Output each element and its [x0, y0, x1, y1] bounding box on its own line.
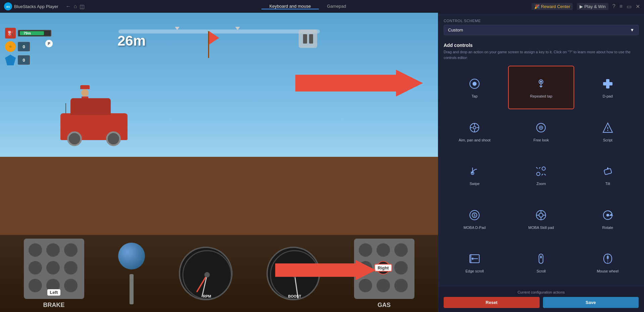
gem-hud-item: 0: [5, 55, 51, 65]
topbar-right-actions: 🎉 Reward Center ▶ Play & Win ? ≡ ▭ ✕: [528, 3, 644, 10]
topbar: BS BlueStacks App Player ← ⌂ ◫ Keyboard …: [0, 0, 644, 13]
panel-footer: Current configuration actions Reset Save: [438, 286, 644, 312]
control-free-look[interactable]: Free look: [508, 110, 574, 153]
svg-text:5: 5: [474, 213, 476, 217]
zoom-icon: [534, 164, 548, 179]
tab-keyboard-mouse[interactable]: Keyboard and mouse: [261, 4, 319, 9]
gas-hole-9: [394, 279, 408, 292]
svg-point-34: [542, 167, 545, 170]
rpm-gauge: RPM: [179, 247, 233, 300]
repeated-tap-icon: [534, 76, 548, 91]
gas-hole-5: Right: [377, 261, 390, 274]
zoom-label: Zoom: [536, 181, 546, 186]
swipe-label: Swipe: [469, 181, 480, 186]
menu-icon[interactable]: ≡: [620, 3, 623, 9]
scheme-dropdown[interactable]: Custom ▼: [444, 25, 639, 35]
gas-hole-2: [377, 243, 390, 257]
control-zoom[interactable]: Zoom: [508, 153, 574, 196]
svg-rect-17: [603, 82, 606, 85]
edge-scroll-label: Edge scroll: [465, 269, 484, 273]
close-icon[interactable]: ✕: [636, 3, 640, 10]
progress-marker-end: [235, 27, 240, 30]
window-icon[interactable]: ▭: [627, 3, 632, 10]
svg-point-33: [537, 172, 540, 176]
reward-center-button[interactable]: 🎉 Reward Center: [532, 3, 573, 10]
aim-pan-shoot-label: Aim, pan and shoot: [459, 138, 491, 142]
home-icon[interactable]: ⌂: [74, 3, 77, 9]
control-dpad[interactable]: D-pad: [575, 66, 641, 109]
brake-hole-5: [46, 261, 60, 274]
gas-right-label: Right: [374, 264, 392, 271]
gas-hole-6: [394, 261, 408, 274]
steering-shaft: [130, 274, 134, 304]
gas-hole-7: [359, 279, 372, 292]
control-rotate[interactable]: Rotate: [575, 197, 641, 240]
control-repeated-tap[interactable]: Repeated tap: [508, 66, 574, 109]
control-tap[interactable]: Tap: [442, 66, 507, 109]
pause-bar-right: [309, 34, 313, 44]
dropdown-chevron-icon: ▼: [630, 27, 634, 33]
car-wheel-right: [106, 131, 121, 146]
control-scroll[interactable]: Scroll: [508, 241, 574, 284]
scroll-label: Scroll: [537, 269, 546, 273]
moba-dpad-label: MOBA D-Pad: [463, 225, 486, 230]
rpm-gauge-container: RPM: [179, 247, 233, 300]
svg-marker-9: [295, 70, 423, 97]
svg-rect-35: [604, 169, 612, 175]
driver-hat: [80, 85, 90, 89]
hud-left: ⛽ 79m ☆ P 0 0: [5, 28, 51, 65]
control-aim-pan-shoot[interactable]: Aim, pan and shoot: [442, 110, 507, 153]
pause-bar-left: [303, 34, 307, 44]
add-controls-section: Add controls Drag and drop an action on …: [438, 39, 644, 64]
moba-skill-pad-label: MOBA Skill pad: [528, 225, 554, 230]
gas-hole-8: [377, 279, 390, 292]
control-script[interactable]: Script: [575, 110, 641, 153]
game-area: ⛽ 79m ☆ P 0 0 26m: [0, 13, 438, 312]
tab-gamepad[interactable]: Gamepad: [319, 4, 354, 9]
steering-ball: [118, 243, 145, 269]
rotate-icon: [600, 208, 615, 223]
footer-label: Current configuration actions: [444, 290, 639, 294]
gas-text: GAS: [378, 302, 391, 309]
control-mouse-wheel[interactable]: Mouse wheel: [575, 241, 641, 284]
aim-pan-shoot-icon: [467, 120, 482, 135]
free-look-label: Free look: [534, 138, 549, 142]
control-swipe[interactable]: Swipe: [442, 153, 507, 196]
svg-text:RPM: RPM: [203, 294, 211, 298]
play-win-button[interactable]: ▶ Play & Win: [577, 3, 608, 10]
playnwin-icon: ▶: [580, 4, 583, 9]
control-edge-scroll[interactable]: Edge scroll: [442, 241, 507, 284]
pause-button[interactable]: [299, 29, 317, 48]
marker-triangle-end: [235, 27, 240, 30]
mouse-wheel-label: Mouse wheel: [597, 269, 618, 273]
brake-hole-2: [46, 243, 60, 257]
control-moba-dpad[interactable]: 5 MOBA D-Pad: [442, 197, 507, 240]
fuel-bar: 79m: [18, 30, 51, 37]
driver-head: [81, 89, 89, 97]
svg-rect-55: [540, 256, 542, 258]
gas-hole-1: [359, 243, 372, 257]
distance-text: 26m: [117, 33, 146, 49]
save-button[interactable]: Save: [543, 297, 639, 308]
control-moba-skill-pad[interactable]: MOBA Skill pad: [508, 197, 574, 240]
add-controls-desc: Drag and drop an action on your game scr…: [444, 49, 639, 60]
marker-triangle: [175, 27, 180, 30]
add-controls-title: Add controls: [444, 43, 639, 48]
brake-hole-9: [64, 279, 78, 292]
controls-panel: Controls editor ? ✕ Control scheme Custo…: [438, 0, 644, 312]
help-icon[interactable]: ?: [612, 3, 615, 9]
brake-hole-6: [64, 261, 78, 274]
svg-rect-19: [606, 82, 609, 85]
controls-grid: Tap Repeated tap: [438, 64, 644, 286]
svg-point-42: [539, 213, 543, 217]
reset-button[interactable]: Reset: [444, 297, 540, 308]
tilt-label: Tilt: [605, 181, 610, 186]
windows-icon[interactable]: ◫: [80, 3, 85, 10]
svg-point-28: [540, 127, 542, 128]
brake-text: BRAKE: [43, 302, 64, 309]
back-icon[interactable]: ←: [66, 3, 71, 9]
control-tilt[interactable]: Tilt: [575, 153, 641, 196]
p-badge: P: [45, 40, 53, 47]
mouse-wheel-icon: [600, 251, 615, 266]
scheme-value: Custom: [448, 27, 463, 33]
